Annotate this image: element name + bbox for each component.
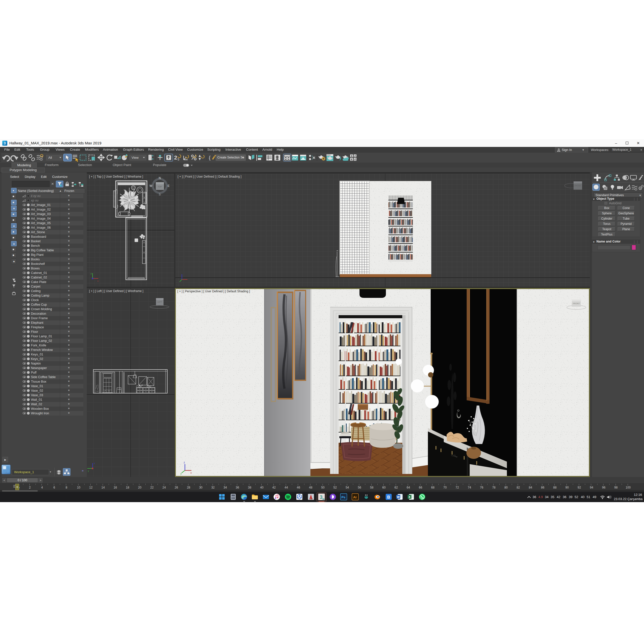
svg-text:2: 2 (174, 154, 177, 161)
svg-text:W: W (149, 184, 152, 188)
svg-text:TOP: TOP (158, 186, 162, 188)
svg-text:E: E (168, 184, 170, 188)
svg-text:x: x (97, 280, 99, 282)
svg-text:FRONT: FRONT (575, 185, 581, 187)
svg-text:X: X (409, 495, 411, 499)
svg-text:y: y (88, 470, 89, 472)
svg-text:All: All (48, 156, 52, 159)
svg-text:B: B (387, 495, 390, 499)
svg-text:W: W (397, 495, 400, 499)
svg-text:Ps: Ps (341, 495, 345, 499)
svg-text:y: y (91, 272, 92, 275)
svg-text:Ai: Ai (353, 495, 356, 499)
svg-text:y: y (180, 472, 182, 475)
svg-text:FRONT: FRONT (573, 302, 580, 305)
svg-text:S: S (159, 193, 161, 196)
svg-text:View: View (132, 156, 139, 159)
svg-text:[ + ] [ Top ] [ User Defined ]: [ + ] [ Top ] [ User Defined ] [ Wirefra… (89, 175, 143, 178)
svg-text:5: 5 (178, 158, 179, 161)
svg-text:[ + ] [ Front ] [ User Defined: [ + ] [ Front ] [ User Defined ] [ Defau… (178, 175, 241, 178)
svg-text:Create Selection Se: Create Selection Se (217, 156, 244, 159)
svg-text:[ + ] [ Perspective ] [ User D: [ + ] [ Perspective ] [ User Defined ] [… (177, 290, 250, 293)
svg-text:z: z (94, 462, 95, 465)
svg-text:LEFT: LEFT (157, 301, 162, 303)
svg-text:[ + ] [ Left ] [ User Defined: [ + ] [ Left ] [ User Defined ] [ Wirefr… (89, 289, 143, 293)
svg-text:{: { (209, 155, 211, 160)
svg-text:x: x (190, 471, 192, 474)
svg-text:z: z (184, 461, 185, 464)
svg-text:N: N (159, 176, 161, 180)
